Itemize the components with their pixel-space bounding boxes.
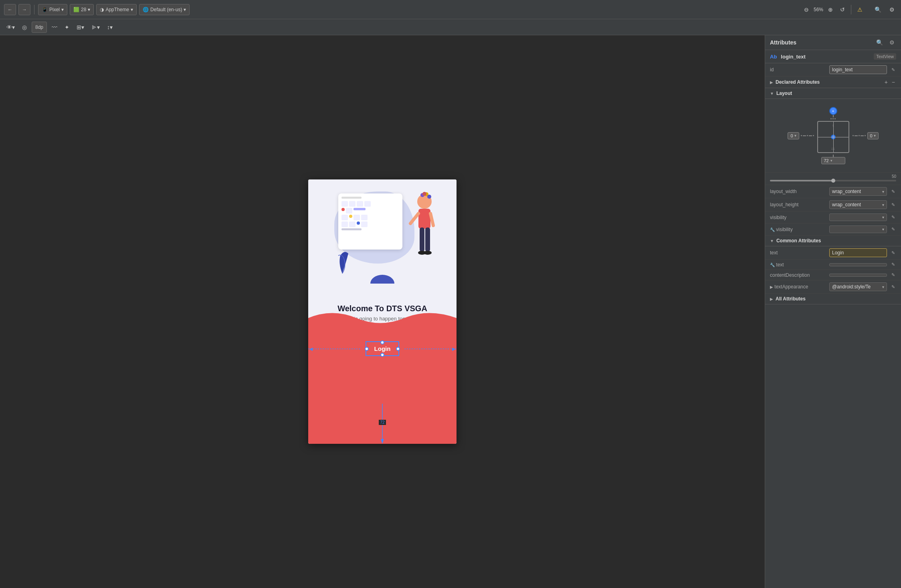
forward-button[interactable]: → <box>18 4 30 15</box>
back-icon: ← <box>8 7 12 12</box>
progress-track[interactable] <box>770 180 896 181</box>
content-description-value[interactable] <box>829 274 887 277</box>
eye-icon: 👁 <box>6 24 12 30</box>
calendar-board <box>338 193 402 250</box>
constraint-left-value: 0 <box>790 133 793 138</box>
v-measurement: 72 <box>380 404 385 444</box>
ab-icon: Ab <box>770 54 777 60</box>
progress-thumb[interactable] <box>831 179 835 183</box>
size-dropdown: ▾ <box>830 159 832 163</box>
layout-width-text: wrap_content <box>832 189 861 194</box>
layout-width-value[interactable]: wrap_content ▾ <box>829 187 887 196</box>
text-input[interactable] <box>832 250 884 256</box>
layout-height-edit-btn[interactable]: ✎ <box>890 202 896 208</box>
wrench-text-value[interactable] <box>829 263 887 266</box>
id-value-field[interactable]: login_text <box>829 65 887 74</box>
element-name-row: Ab login_text <box>770 54 806 60</box>
wave-button[interactable]: 〰 <box>49 22 60 33</box>
text-attr-value[interactable] <box>829 248 887 257</box>
layout-height-row: layout_height wrap_content ▾ ✎ <box>765 198 901 211</box>
api-level-label: 28 <box>81 7 86 12</box>
layout-diagram: 0 ▾ + <box>765 99 901 173</box>
visibility-dropdown: ▾ <box>882 215 884 219</box>
align-button[interactable]: ⫸ ▾ <box>89 22 102 33</box>
wrench-visibility-edit-btn[interactable]: ✎ <box>890 226 896 232</box>
zoom-out-button[interactable]: ⊖ <box>802 4 811 15</box>
wrench-visibility-value[interactable]: ▾ <box>829 226 887 233</box>
theme-dropdown-icon: ▾ <box>131 7 133 12</box>
locale-label: Default (en-us) <box>150 7 182 12</box>
phone-mockup: Welcome To DTS VSGA What is going to hap… <box>308 179 457 444</box>
theme-selector[interactable]: ◑ AppTheme ▾ <box>96 4 137 15</box>
svg-line-7 <box>430 213 433 226</box>
zoom-in-button[interactable]: ⊕ <box>826 4 835 15</box>
api-level-selector[interactable]: 🟩 28 ▾ <box>70 4 94 15</box>
magic-icon: ✦ <box>65 24 69 30</box>
text-appearance-value[interactable]: @android:style/Te ▾ <box>829 282 887 291</box>
text-edit-btn[interactable]: ✎ <box>890 250 896 256</box>
canvas-area[interactable]: Welcome To DTS VSGA What is going to hap… <box>0 35 765 588</box>
size-value-input[interactable]: 72 ▾ <box>821 157 845 164</box>
target-button[interactable]: ◎ <box>20 22 29 33</box>
svg-point-12 <box>370 275 394 284</box>
warning-button[interactable]: ⚠ <box>855 4 865 15</box>
grid-dropdown-icon: ▾ <box>81 24 84 30</box>
layout-height-label: layout_height <box>770 202 826 207</box>
layout-width-edit-btn[interactable]: ✎ <box>890 189 896 195</box>
remove-attribute-btn[interactable]: − <box>891 79 896 85</box>
common-attributes-section[interactable]: ▼ Common Attributes <box>765 236 901 246</box>
visibility-value[interactable]: ▾ <box>829 213 887 221</box>
id-edit-btn[interactable]: ✎ <box>890 67 896 73</box>
grid-button[interactable]: ⊞ ▾ <box>74 22 87 33</box>
layout-width-dropdown: ▾ <box>882 189 884 194</box>
content-description-edit-btn[interactable]: ✎ <box>890 272 896 278</box>
minus-icon: − <box>892 79 895 85</box>
illustration <box>326 187 438 284</box>
panel-settings-button[interactable]: ⚙ <box>888 38 896 46</box>
panel-search-button[interactable]: 🔍 <box>875 38 885 46</box>
all-attributes-section[interactable]: ▶ All Attributes <box>765 294 901 304</box>
constraint-right-value: 0 <box>870 133 873 138</box>
constraint-left-side: 0 ▾ <box>788 132 814 139</box>
section-actions: + − <box>883 79 896 85</box>
plant-illustration <box>334 248 350 274</box>
settings-icon-btn[interactable]: ⚙ <box>887 4 897 15</box>
constraint-top-btn[interactable]: + <box>829 107 837 115</box>
layout-height-value[interactable]: wrap_content ▾ <box>829 200 887 209</box>
chain-left <box>801 135 814 136</box>
text-appearance-row: ▶ textAppearance @android:style/Te ▾ ✎ <box>765 280 901 294</box>
id-row: id login_text ✎ <box>765 63 901 77</box>
constraint-right-num[interactable]: 0 ▾ <box>867 132 879 139</box>
constraint-left-num[interactable]: 0 ▾ <box>788 132 799 139</box>
locale-selector[interactable]: 🌐 Default (en-us) ▾ <box>139 4 190 15</box>
svg-marker-14 <box>381 439 384 444</box>
theme-label: AppTheme <box>105 7 129 12</box>
text-attr-label: text <box>770 250 826 256</box>
common-attributes-label: Common Attributes <box>776 238 821 244</box>
magic-button[interactable]: ✦ <box>62 22 72 33</box>
declared-attributes-section[interactable]: ▶ Declared Attributes + − <box>765 77 901 88</box>
layout-section[interactable]: ▼ Layout <box>765 88 901 99</box>
zoom-in-icon: ⊕ <box>828 6 833 13</box>
margin-button[interactable]: 8dp <box>32 22 47 33</box>
visibility-edit-btn[interactable]: ✎ <box>890 214 896 220</box>
h-constraint-left <box>308 348 360 350</box>
arrow-button[interactable]: ↕ ▾ <box>105 22 115 33</box>
constraint-box: ↑ ↓↓ <box>817 121 849 153</box>
back-button[interactable]: ← <box>4 4 16 15</box>
add-attribute-btn[interactable]: + <box>883 79 889 85</box>
wrench-visibility-row: 🔧 visibility ▾ ✎ <box>765 224 901 236</box>
text-appearance-edit-btn[interactable]: ✎ <box>890 284 896 290</box>
view-toggle-button[interactable]: 👁 ▾ <box>4 22 17 33</box>
refresh-button[interactable]: ↺ <box>838 4 847 15</box>
login-element-wrapper[interactable]: Login <box>368 344 397 354</box>
attributes-panel: Attributes 🔍 ⚙ Ab login_text TextView id <box>765 35 901 588</box>
search-icon-btn[interactable]: 🔍 <box>872 4 884 15</box>
person-illustration <box>400 189 436 274</box>
zoom-out-icon: ⊖ <box>804 6 809 13</box>
second-toolbar: 👁 ▾ ◎ 8dp 〰 ✦ ⊞ ▾ ⫸ ▾ ↕ ▾ <box>0 19 901 35</box>
constraint-right-side: 0 ▾ <box>853 132 879 139</box>
constraint-left-dropdown: ▾ <box>794 133 796 138</box>
wrench-text-edit-btn[interactable]: ✎ <box>890 262 896 268</box>
device-selector[interactable]: 📱 Pixel ▾ <box>38 4 67 15</box>
